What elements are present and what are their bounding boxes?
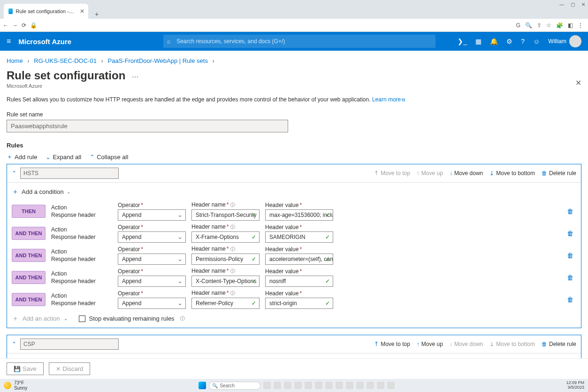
operator-select[interactable]: Append — [118, 276, 186, 287]
refresh-icon[interactable]: ⟳ — [22, 22, 26, 29]
more-icon[interactable]: ⋯ — [132, 73, 138, 81]
header-name-input[interactable]: Strict-Transport-Security — [191, 209, 260, 221]
taskbar-app-icon[interactable] — [346, 382, 353, 389]
new-tab-button[interactable]: + — [92, 9, 101, 19]
header-value-input[interactable]: max-age=31536000; includ… — [265, 209, 333, 221]
window-close[interactable]: ✕ — [581, 2, 585, 7]
discard-button[interactable]: ✕Discard — [49, 362, 90, 375]
taskbar-app-icon[interactable] — [336, 382, 343, 389]
taskbar-app-icon[interactable] — [356, 382, 364, 389]
browser-tab[interactable]: Rule set configuration - Micros... ✕ — [4, 4, 88, 19]
star-icon[interactable]: ☆ — [546, 22, 551, 29]
help-icon[interactable]: ? — [521, 38, 525, 45]
breadcrumb-rg[interactable]: RG-UKS-SEC-DOC-01 — [34, 57, 97, 64]
stop-eval-checkbox[interactable] — [79, 315, 85, 322]
info-icon[interactable]: ⓘ — [180, 315, 185, 322]
chevron-up-icon[interactable]: ⌃ — [12, 170, 16, 177]
search-input[interactable] — [163, 35, 435, 48]
azure-brand[interactable]: Microsoft Azure — [18, 38, 71, 46]
taskbar-weather[interactable]: 73°F Sunny — [4, 380, 27, 391]
move-bottom-button[interactable]: ⤓Move to bottom — [489, 170, 535, 177]
profile-icon[interactable]: ◧ — [568, 22, 573, 29]
delete-action-icon[interactable]: 🗑 — [567, 274, 576, 281]
g-icon[interactable]: G — [516, 22, 520, 29]
breadcrumb-home[interactable]: Home — [7, 57, 23, 64]
add-condition-button[interactable]: ＋Add a condition⌄ — [12, 185, 70, 200]
delete-action-icon[interactable]: 🗑 — [567, 208, 576, 215]
action-definition: ActionResponse header — [51, 292, 112, 307]
delete-action-icon[interactable]: 🗑 — [567, 296, 576, 303]
taskbar-app-icon[interactable] — [294, 382, 302, 389]
taskbar-app-icon[interactable] — [284, 382, 291, 389]
info-icon[interactable]: ⓘ — [230, 246, 235, 252]
taskbar-app-icon[interactable] — [274, 382, 281, 389]
taskbar-app-icon[interactable] — [387, 382, 395, 389]
operator-select[interactable]: Append — [118, 209, 186, 221]
operator-select[interactable]: Append — [118, 254, 186, 265]
taskbar-app-icon[interactable] — [325, 382, 333, 389]
delete-action-icon[interactable]: 🗑 — [567, 230, 576, 237]
taskbar-app-icon[interactable] — [377, 382, 384, 389]
external-link-icon: ⧉ — [402, 97, 405, 102]
lock-icon: 🔒 — [30, 22, 37, 29]
rules-heading: Rules — [7, 142, 581, 149]
delete-rule-button[interactable]: 🗑Delete rule — [542, 170, 576, 177]
info-icon[interactable]: ⓘ — [230, 224, 235, 230]
close-icon[interactable]: ✕ — [80, 8, 84, 15]
collapse-all-button[interactable]: ⌃Collapse all — [90, 153, 128, 161]
taskbar-search[interactable]: 🔍Search — [209, 382, 260, 390]
hamburger-icon[interactable]: ≡ — [7, 37, 11, 46]
taskbar-app-icon[interactable] — [315, 382, 322, 389]
info-icon[interactable]: ⓘ — [230, 202, 235, 208]
close-blade-icon[interactable]: ✕ — [575, 78, 581, 87]
extensions-icon[interactable]: 🧩 — [556, 22, 563, 29]
add-rule-button[interactable]: ＋Add rule — [7, 153, 37, 161]
header-value-input[interactable]: accelerometer=(self), camer… — [265, 254, 333, 265]
forward-icon[interactable]: → — [12, 22, 18, 29]
learn-more-link[interactable]: Learn more⧉ — [372, 96, 405, 103]
directory-icon[interactable]: ▦ — [475, 38, 481, 45]
page-title: Rule set configuration — [7, 69, 125, 82]
operator-select[interactable]: Append — [118, 231, 186, 243]
window-maximize[interactable]: ▢ — [571, 2, 575, 7]
header-value-input[interactable]: strict-origin — [265, 298, 333, 309]
header-name-input[interactable]: X-Frame-Options — [191, 231, 260, 243]
share-icon[interactable]: ⇪ — [537, 22, 542, 29]
move-top-button[interactable]: ⤒Move to top — [374, 341, 410, 347]
user-menu[interactable]: William — [548, 35, 581, 47]
window-minimize[interactable]: — — [559, 2, 564, 7]
header-name-input[interactable]: Permissions-Policy — [191, 254, 260, 265]
global-search[interactable]: ⌕ — [163, 35, 435, 48]
menu-icon[interactable]: ⋮ — [578, 22, 583, 29]
move-up-button[interactable]: ↑Move up — [417, 341, 443, 347]
info-icon[interactable]: ⓘ — [230, 291, 235, 296]
delete-action-icon[interactable]: 🗑 — [567, 252, 576, 259]
header-name-input[interactable]: X-Content-Type-Options — [191, 276, 260, 287]
start-icon[interactable] — [199, 382, 206, 389]
header-value-input[interactable]: SAMEORIGIN — [265, 231, 333, 243]
notifications-icon[interactable]: 🔔 — [490, 38, 498, 45]
save-button[interactable]: 💾Save — [7, 362, 44, 375]
cloud-shell-icon[interactable]: ❯_ — [458, 38, 467, 45]
delete-rule-button[interactable]: 🗑Delete rule — [542, 341, 576, 347]
operator-select[interactable]: Append — [118, 298, 186, 309]
action-row: AND THENActionResponse headerOperator*Ap… — [12, 288, 576, 310]
operator-col: Operator*Append — [118, 224, 186, 243]
header-value-input[interactable]: nosniff — [265, 276, 333, 287]
breadcrumb-rulesets[interactable]: PaaS-FrontDoor-WebApp | Rule sets — [108, 57, 208, 64]
move-down-button[interactable]: ↓Move down — [450, 170, 483, 177]
feedback-icon[interactable]: ☺ — [533, 38, 540, 45]
header-name-input[interactable]: Referrer-Policy — [191, 298, 260, 309]
zoom-icon[interactable]: 🔍 — [525, 22, 532, 29]
settings-icon[interactable]: ⚙ — [506, 38, 512, 45]
back-icon[interactable]: ← — [3, 22, 8, 29]
taskbar-app-icon[interactable] — [305, 382, 312, 389]
taskbar-app-icon[interactable] — [263, 382, 271, 389]
chevron-up-icon[interactable]: ⌃ — [12, 341, 16, 347]
header-name-col: Header name*ⓘX-Content-Type-Options — [191, 268, 260, 287]
action-row: AND THENActionResponse headerOperator*Ap… — [12, 266, 576, 288]
taskbar-app-icon[interactable] — [367, 382, 374, 389]
info-icon[interactable]: ⓘ — [230, 269, 235, 274]
taskbar-clock[interactable]: 12:09 PM 9/5/2023 — [566, 381, 584, 390]
expand-all-button[interactable]: ⌄Expand all — [46, 153, 81, 161]
